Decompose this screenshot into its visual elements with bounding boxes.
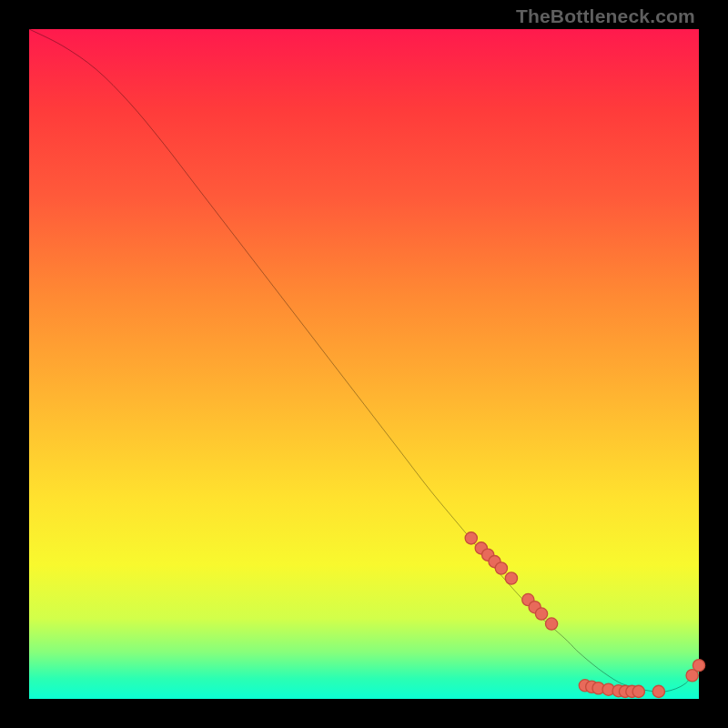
bottleneck-curve [29,29,699,692]
chart-frame: TheBottleneck.com [0,0,728,728]
data-marker [505,572,517,584]
data-marker [693,660,704,672]
data-marker [465,532,477,544]
data-markers [465,532,704,698]
plot-area [29,29,699,699]
data-marker [652,685,664,697]
attribution-text: TheBottleneck.com [516,5,695,27]
curve-layer [29,29,699,699]
data-marker [632,685,644,697]
data-marker [535,608,547,620]
data-marker [495,562,507,574]
data-marker [545,618,557,630]
